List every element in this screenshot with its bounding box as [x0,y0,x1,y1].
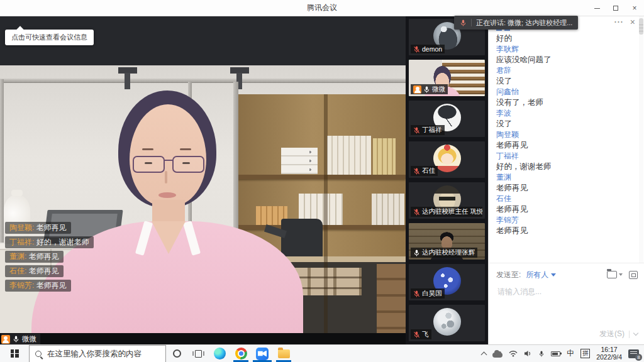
chrome-button[interactable] [230,345,252,362]
volume-icon[interactable] [524,350,532,357]
chrome-icon [235,348,247,359]
speaking-banner-text: 正在讲话: 微微; 达内驻校经理... [476,18,572,28]
tencent-meeting-button[interactable] [252,345,273,362]
screenshot-icon[interactable] [629,271,638,279]
cortana-button[interactable] [166,345,187,362]
speaker-name-chip: 微微 [1,334,40,344]
mic-icon [413,127,420,134]
close-button[interactable]: × [625,0,644,16]
chat-sender-name: 石佳 [496,194,634,204]
participant-label: 达内驻校班主任 巩悦 [411,207,482,217]
chevron-down-icon[interactable] [619,273,623,276]
tencent-meeting-icon [256,348,269,360]
taskbar-clock[interactable]: 16:17 2022/9/4 [596,346,622,361]
onedrive-cloud-icon[interactable] [492,353,502,358]
send-button[interactable]: 发送(S) [599,329,625,339]
participant-tile[interactable]: 达内驻校班主任 巩悦 [409,182,485,219]
participant-tile[interactable]: 丁福祥 [409,101,485,137]
person-glasses [133,156,204,172]
person-eyebrow [180,148,191,150]
scene-frame-bracket [118,67,137,74]
search-input[interactable] [46,349,153,359]
video-overlay-message: 陶登颖老师再见 [5,222,71,234]
participant-tile[interactable]: 白昊国 [409,264,485,300]
mic-icon [413,168,420,175]
chat-input[interactable] [496,287,622,297]
mic-icon [423,86,430,93]
chat-sender-name: 君辞 [496,65,634,76]
chat-message: 李锦芳 老师再见 [496,215,634,236]
chat-message-text: 好的 [496,33,634,44]
windows-logo-icon [11,349,19,358]
chat-sender-name: 问鑫怡 [496,87,634,97]
divider [471,19,472,26]
chat-scrollbar[interactable] [639,16,643,263]
chat-sender-name: 李耿辉 [496,44,634,55]
chat-sender-name: 丁福祥 [496,151,634,162]
start-button[interactable] [0,345,29,362]
notification-count-badge: 8 [635,354,642,361]
participant-label: 飞 [411,329,431,339]
person-face [130,104,206,206]
participant-tile[interactable]: 微微 [409,60,485,96]
participant-label: 达内驻校经理张辉 [411,248,477,258]
mic-icon [413,250,420,256]
chat-message: 李波 没了 [496,108,634,129]
scene-frame-bracket [230,67,249,74]
scene-file-boxes [281,148,318,174]
scene-storage-crates [377,264,406,333]
minimize-button[interactable] [587,0,606,16]
send-to-label: 发送至: [496,270,521,280]
chat-sender-name: 李波 [496,108,634,119]
host-badge-icon [1,335,10,344]
windows-taskbar: 中 拼 16:17 2022/9/4 8 [0,344,644,362]
chat-message-text: 老师再见 [496,140,634,151]
edge-button[interactable] [209,345,230,362]
chat-close-button[interactable]: × [630,18,635,26]
notification-center-icon[interactable]: 8 [628,349,639,358]
taskbar-search[interactable] [29,345,166,362]
task-view-icon [195,350,202,358]
ime-language-indicator[interactable]: 中 [567,348,574,359]
scene-ceiling-rail [0,79,406,83]
scene-shelf-board [237,175,406,179]
chat-more-button[interactable]: ··· [614,18,624,26]
meeting-info-tooltip: 点击可快速查看会议信息 [5,30,94,45]
battery-icon[interactable] [551,351,560,356]
scene-books [373,138,396,175]
mic-icon [413,46,420,53]
send-options-chevron-icon[interactable] [633,331,638,336]
overlay-sender-name: 丁福祥 [9,238,36,246]
chat-message: 丁福祥 好的，谢谢老师 [496,151,634,172]
ime-pinyin-indicator[interactable]: 拼 [580,349,590,358]
participant-tile[interactable]: 达内驻校经理张辉 [409,223,485,260]
chat-message: 君辞 没了 [496,65,634,87]
participant-name: 白昊国 [422,289,442,298]
chat-message-text: 没了 [496,119,634,129]
chat-sender-name: 李锦芳 [496,215,634,226]
file-explorer-icon [278,349,290,358]
tray-expand-chevron-icon[interactable] [481,351,487,358]
file-explorer-button[interactable] [273,345,294,362]
task-view-button[interactable] [187,345,209,362]
microphone-icon[interactable] [538,350,545,358]
video-overlay-message: 丁福祥好的，谢谢老师 [5,236,94,248]
cortana-icon [173,349,181,358]
participant-avatar [433,308,461,336]
participant-tile[interactable]: 飞 [409,305,485,341]
speaking-banner[interactable]: 正在讲话: 微微; 达内驻校经理... [454,16,578,30]
chat-message-text: 没有了，老师 [496,97,634,108]
send-to-dropdown[interactable]: 所有人 [526,270,556,280]
chat-scrollbar-thumb[interactable] [639,18,643,35]
maximize-button[interactable] [606,0,625,16]
edge-icon [214,348,226,359]
main-video-stage[interactable]: 陶登颖老师再见 丁福祥好的，谢谢老师 董渊老师再见 石佳老师再见 李锦芳老师再见 [0,65,406,333]
video-overlay-message: 李锦芳老师再见 [5,280,71,292]
file-icon[interactable] [607,271,617,278]
participant-tile[interactable]: 石佳 [409,141,485,178]
mic-icon [413,331,420,338]
wifi-icon[interactable] [509,350,518,357]
chat-message: 石佳 老师再见 [496,194,634,215]
host-badge-icon [413,85,421,94]
tencent-meeting-window: 腾讯会议 × 点击可快速查看会议信息 [0,0,644,362]
